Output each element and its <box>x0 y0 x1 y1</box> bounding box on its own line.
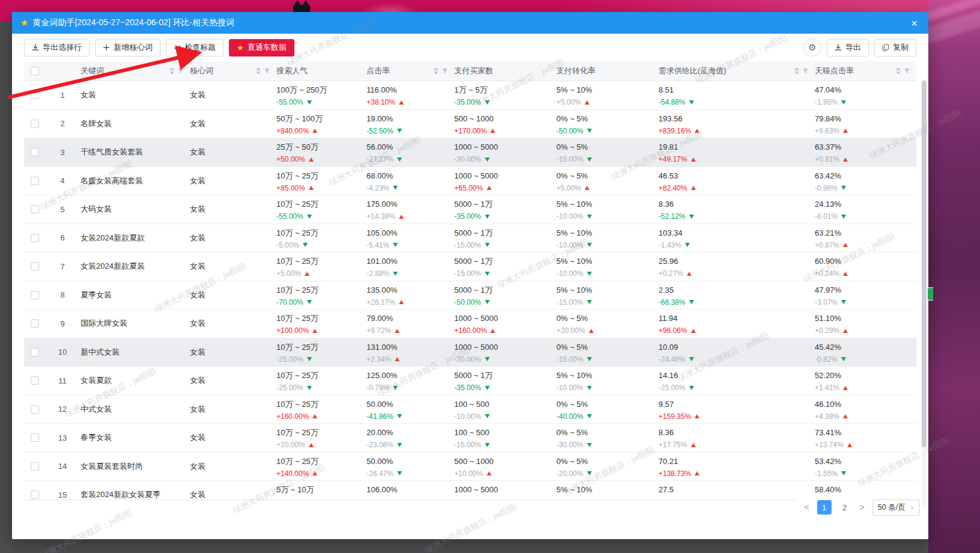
row-checkbox[interactable] <box>31 120 39 128</box>
table-row[interactable]: 5大码女装女装10万 ~ 25万-55.00%175.00%+14.38%500… <box>24 195 916 224</box>
export-button[interactable]: 导出 <box>827 39 869 57</box>
row-checkbox[interactable] <box>31 205 39 213</box>
arrow-down-icon <box>393 386 398 390</box>
row-checkbox[interactable] <box>31 234 39 242</box>
gear-icon[interactable]: ⚙ <box>803 38 821 57</box>
arrow-up-icon <box>695 129 699 133</box>
table-row[interactable]: 10新中式女装女装10万 ~ 25万-25.00%131.00%+2.34%10… <box>24 338 916 367</box>
sort-caret-down-icon <box>256 72 261 75</box>
metric-change: -0.79% <box>367 383 398 392</box>
toolbar-right: ⚙ 导出 复制 <box>803 38 916 57</box>
row-checkbox[interactable] <box>31 405 39 414</box>
table-row[interactable]: 7女装2024新款夏装女装10万 ~ 25万+5.00%101.00%-2.88… <box>24 252 916 281</box>
metric-change-value: -10.00% <box>556 269 583 278</box>
page-button-2[interactable]: 2 <box>838 500 852 515</box>
table-row[interactable]: 12中式女装女装10万 ~ 25万+160.00%50.00%-41.86%10… <box>24 396 916 424</box>
arrow-down-icon <box>307 386 312 390</box>
filter-icon[interactable] <box>802 68 809 75</box>
table-row[interactable]: 4名媛女装高端套装女装10万 ~ 25万+85.00%68.00%-4.23%1… <box>24 167 916 196</box>
core-word-cell: 女装 <box>190 138 276 167</box>
add-core-word-button[interactable]: 新增核心词 <box>95 39 160 57</box>
metric-value: 58.40% <box>815 485 841 495</box>
metric-value: 1000 ~ 5000 <box>454 314 498 323</box>
sort-icon[interactable] <box>434 67 439 75</box>
sort-icon[interactable] <box>794 67 799 75</box>
metric-cell-6: 63.21%+0.87% <box>815 224 916 252</box>
close-icon[interactable]: × <box>908 16 920 30</box>
column-header-4: 点击率 <box>367 61 454 81</box>
check-title-button[interactable]: 检查标题 <box>166 39 224 57</box>
keyword-cell: 春季女装 <box>81 424 190 452</box>
scrollbar-thumb[interactable] <box>922 81 927 447</box>
table-row[interactable]: 15套装2024新款女装夏季女装5万 ~ 10万106.00%1000 ~ 50… <box>24 481 916 500</box>
copy-button[interactable]: 复制 <box>874 39 916 57</box>
table-row[interactable]: 8夏季女装女装10万 ~ 25万-70.00%135.00%+26.17%500… <box>24 281 916 310</box>
row-checkbox[interactable] <box>31 348 39 356</box>
table-row[interactable]: 14女装夏装套装时尚女装10万 ~ 25万+140.00%50.00%-26.4… <box>24 453 916 481</box>
metric-value: 27.5 <box>659 485 674 495</box>
metric-value: 1000 ~ 5000 <box>454 142 498 152</box>
metric-change-value: -15.00% <box>454 441 481 449</box>
metric-change-value: +14.38% <box>367 212 395 221</box>
sort-icon[interactable] <box>256 67 261 75</box>
export-selected-rows-button[interactable]: 导出选择行 <box>24 39 90 57</box>
next-page-icon[interactable]: > <box>858 503 866 512</box>
table-row[interactable]: 3干练气质女装套装女装25万 ~ 50万+50.00%56.00%-27.27%… <box>24 138 916 167</box>
core-word-cell: 女装 <box>190 110 276 138</box>
download-icon <box>835 44 842 51</box>
metric-value: 8.36 <box>659 200 674 209</box>
row-checkbox[interactable] <box>31 462 39 471</box>
sort-icon[interactable] <box>169 67 174 75</box>
filter-icon[interactable] <box>904 68 910 75</box>
sort-icon[interactable] <box>896 67 901 75</box>
row-checkbox-cell <box>24 310 53 338</box>
row-checkbox[interactable] <box>31 433 39 442</box>
row-checkbox[interactable] <box>31 262 39 270</box>
sort-caret-down-icon <box>169 72 174 75</box>
metric-value: 5万 ~ 10万 <box>276 485 314 495</box>
table-row[interactable]: 11女装夏款女装10万 ~ 25万-25.00%125.00%-0.79%500… <box>24 367 916 396</box>
metric-change: -40.00% <box>556 412 592 421</box>
row-checkbox[interactable] <box>31 148 39 156</box>
metric-change-value: +17.75% <box>659 441 687 449</box>
select-all-checkbox[interactable] <box>31 67 39 75</box>
row-checkbox[interactable] <box>31 291 39 299</box>
row-index: 1 <box>53 81 81 109</box>
hidden-side-widget[interactable] <box>927 287 933 301</box>
page-button-1[interactable]: 1 <box>817 500 832 515</box>
sort-caret-down-icon <box>896 72 901 75</box>
table-row[interactable]: 13春季女装女装10万 ~ 25万+20.00%20.00%-23.08%100… <box>24 424 916 453</box>
row-checkbox[interactable] <box>31 376 39 385</box>
filter-icon[interactable] <box>264 68 270 75</box>
metric-value: 52.20% <box>815 371 841 380</box>
metric-cell-5: 14.16-25.00% <box>659 367 815 395</box>
metric-value: 8.36 <box>659 428 674 438</box>
prev-page-icon[interactable]: < <box>802 503 811 512</box>
row-checkbox[interactable] <box>31 319 39 328</box>
table-row[interactable]: 9国际大牌女装女装10万 ~ 25万+100.00%79.00%+9.72%10… <box>24 310 916 338</box>
arrow-up-icon <box>487 471 492 475</box>
arrow-up-icon <box>843 243 848 247</box>
metric-change: -5.41% <box>367 241 398 249</box>
row-index: 6 <box>53 224 81 252</box>
filter-icon[interactable] <box>177 68 184 75</box>
arrow-down-icon <box>689 357 694 361</box>
arrow-down-icon <box>841 357 846 361</box>
table-row[interactable]: 1女装女装100万 ~ 250万-55.00%116.00%+38.10%1万 … <box>24 81 916 110</box>
metric-cell-1: 10万 ~ 25万+85.00% <box>276 167 367 195</box>
table-scrollbar[interactable] <box>922 79 927 507</box>
row-checkbox[interactable] <box>31 91 39 99</box>
page-size-select[interactable]: 50 条/页 ∨ <box>872 500 920 516</box>
ztc-data-button[interactable]: ★ 直通车数据 <box>229 39 294 57</box>
filter-icon[interactable] <box>442 68 448 75</box>
core-word-cell: 女装 <box>190 338 276 367</box>
row-checkbox[interactable] <box>31 177 39 185</box>
metric-cell-2: 20.00%-23.08% <box>367 424 454 452</box>
metric-cell-3: 5000 ~ 1万-15.00% <box>454 252 556 281</box>
metric-change-value: -1.55% <box>815 469 838 478</box>
metric-change: -10.00% <box>454 412 490 421</box>
row-checkbox-cell <box>24 167 53 195</box>
table-row[interactable]: 2名牌女装女装50万 ~ 100万+840.00%19.00%-52.50%50… <box>24 110 916 139</box>
row-checkbox[interactable] <box>31 490 39 499</box>
table-row[interactable]: 6女装2024新款夏款女装10万 ~ 25万-5.00%105.00%-5.41… <box>24 224 916 253</box>
